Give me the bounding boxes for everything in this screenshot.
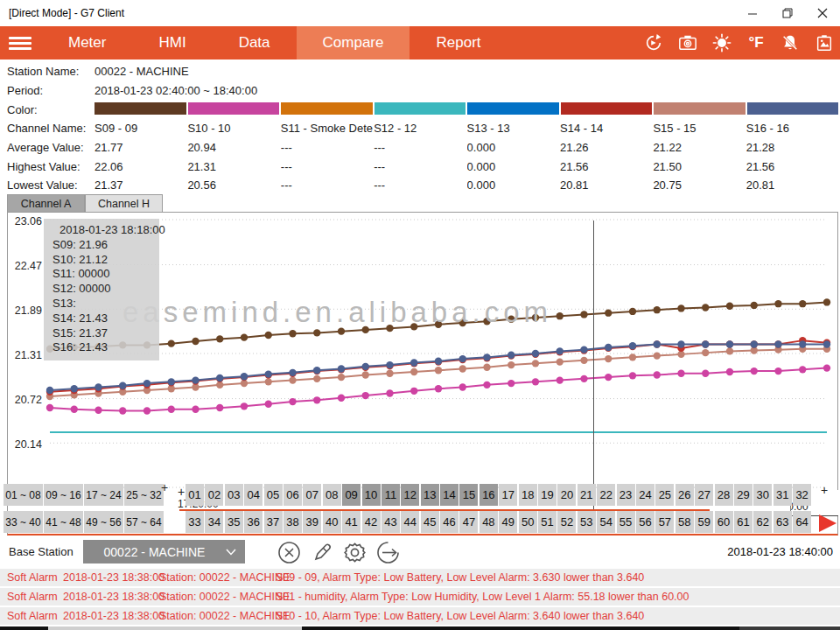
channel-button-33[interactable]: 33 — [186, 511, 204, 533]
channel-button-06[interactable]: 06 — [284, 484, 302, 506]
brightness-icon[interactable] — [711, 32, 732, 53]
channel-button-50[interactable]: 50 — [519, 511, 537, 533]
group-button-01-08[interactable]: 01 ~ 08 — [4, 484, 43, 506]
channel-button-32[interactable]: 32 — [793, 484, 811, 506]
channel-button-45[interactable]: 45 — [421, 511, 439, 533]
channel-button-16[interactable]: 16 — [480, 484, 498, 506]
sync-icon[interactable] — [643, 32, 664, 53]
channel-button-26[interactable]: 26 — [676, 484, 694, 506]
channel-button-57[interactable]: 57 — [655, 511, 674, 533]
channel-button-10[interactable]: 10 — [362, 484, 381, 506]
edit-icon[interactable] — [311, 541, 334, 564]
cancel-icon[interactable] — [277, 541, 301, 564]
channel-button-17[interactable]: 17 — [499, 484, 517, 506]
tab-channel-h[interactable]: Channel H — [85, 194, 163, 212]
channel-button-34[interactable]: 34 — [205, 511, 223, 533]
nav-item-data[interactable]: Data — [213, 26, 297, 60]
channel-button-52[interactable]: 52 — [557, 511, 576, 533]
alarm-mute-icon[interactable] — [780, 32, 801, 53]
channel-button-23[interactable]: 23 — [617, 484, 635, 506]
channel-button-18[interactable]: 18 — [519, 484, 537, 506]
nav-item-compare[interactable]: Compare — [297, 26, 410, 60]
channel-button-41[interactable]: 41 — [342, 511, 360, 533]
tab-channel-a[interactable]: Channel A — [7, 194, 85, 212]
channel-button-30[interactable]: 30 — [753, 484, 772, 506]
channel-button-08[interactable]: 08 — [323, 484, 341, 506]
channel-button-15[interactable]: 15 — [459, 484, 478, 506]
channel-button-38[interactable]: 38 — [284, 511, 302, 533]
alarm-row[interactable]: Soft Alarm2018-01-23 18:38:00Station: 00… — [0, 588, 840, 606]
channel-button-62[interactable]: 62 — [753, 511, 772, 533]
channel-button-12[interactable]: 12 — [401, 484, 419, 506]
menu-icon[interactable] — [9, 34, 32, 52]
channel-button-19[interactable]: 19 — [538, 484, 556, 506]
channel-button-03[interactable]: 03 — [225, 484, 243, 506]
channel-button-09[interactable]: 09 — [342, 484, 360, 506]
channel-button-01[interactable]: 01 — [186, 484, 204, 506]
alarm-row[interactable]: Soft Alarm2018-01-23 18:38:00Station: 00… — [0, 607, 840, 625]
channel-button-24[interactable]: 24 — [636, 484, 654, 506]
channel-button-47[interactable]: 47 — [459, 511, 478, 533]
channel-button-35[interactable]: 35 — [225, 511, 243, 533]
snapshot-icon[interactable] — [814, 32, 835, 53]
channel-button-05[interactable]: 05 — [264, 484, 283, 506]
channel-button-55[interactable]: 55 — [617, 511, 635, 533]
group-button-09-16[interactable]: 09 ~ 16 — [44, 484, 83, 506]
channel-button-54[interactable]: 54 — [597, 511, 615, 533]
channel-button-61[interactable]: 61 — [734, 511, 752, 533]
channel-button-25[interactable]: 25 — [655, 484, 674, 506]
scroll-left-plus-icon[interactable]: + — [178, 485, 185, 499]
channel-button-37[interactable]: 37 — [264, 511, 283, 533]
group-button-41-48[interactable]: 41 ~ 48 — [44, 511, 83, 533]
channel-button-42[interactable]: 42 — [362, 511, 381, 533]
channel-button-21[interactable]: 21 — [578, 484, 596, 506]
channel-button-60[interactable]: 60 — [715, 511, 733, 533]
group-button-49-56[interactable]: 49 ~ 56 — [84, 511, 123, 533]
channel-button-63[interactable]: 63 — [774, 511, 792, 533]
channel-button-36[interactable]: 36 — [244, 511, 262, 533]
settings-icon[interactable] — [343, 541, 367, 564]
expand-plus-icon[interactable]: + — [161, 480, 168, 494]
channel-button-64[interactable]: 64 — [793, 511, 811, 533]
channel-button-02[interactable]: 02 — [205, 484, 223, 506]
channel-button-11[interactable]: 11 — [382, 484, 400, 506]
channel-button-59[interactable]: 59 — [695, 511, 713, 533]
export-icon[interactable] — [376, 541, 400, 564]
channel-button-43[interactable]: 43 — [382, 511, 400, 533]
channel-button-58[interactable]: 58 — [676, 511, 694, 533]
alarm-row[interactable]: Soft Alarm2018-01-23 18:38:00Station: 00… — [0, 569, 840, 586]
base-station-dropdown[interactable]: 00022 - MACHINE — [83, 540, 245, 564]
channel-button-07[interactable]: 07 — [303, 484, 321, 506]
channel-button-44[interactable]: 44 — [401, 511, 419, 533]
play-arrow-icon[interactable] — [819, 514, 836, 532]
channel-button-29[interactable]: 29 — [734, 484, 752, 506]
nav-item-meter[interactable]: Meter — [42, 26, 132, 60]
channel-button-56[interactable]: 56 — [636, 511, 654, 533]
close-button[interactable] — [805, 0, 840, 26]
channel-button-31[interactable]: 31 — [774, 484, 792, 506]
scroll-right-plus-icon[interactable]: + — [821, 483, 828, 497]
group-button-33-40[interactable]: 33 ~ 40 — [4, 511, 43, 533]
maximize-button[interactable] — [770, 0, 805, 26]
channel-button-51[interactable]: 51 — [538, 511, 556, 533]
channel-button-20[interactable]: 20 — [557, 484, 576, 506]
group-button-57-64[interactable]: 57 ~ 64 — [124, 511, 164, 533]
fahrenheit-icon[interactable]: °F — [746, 32, 766, 53]
channel-button-48[interactable]: 48 — [480, 511, 498, 533]
channel-button-04[interactable]: 04 — [244, 484, 262, 506]
channel-button-49[interactable]: 49 — [499, 511, 517, 533]
channel-button-53[interactable]: 53 — [578, 511, 596, 533]
nav-item-report[interactable]: Report — [410, 26, 507, 60]
channel-button-13[interactable]: 13 — [421, 484, 439, 506]
group-button-17-24[interactable]: 17 ~ 24 — [84, 484, 123, 506]
camera-icon[interactable] — [677, 32, 698, 53]
channel-button-46[interactable]: 46 — [440, 511, 458, 533]
channel-button-28[interactable]: 28 — [715, 484, 733, 506]
channel-button-14[interactable]: 14 — [440, 484, 458, 506]
bottom-scrollbar[interactable] — [0, 626, 840, 630]
channel-button-40[interactable]: 40 — [323, 511, 341, 533]
group-button-25-32[interactable]: 25 ~ 32 — [124, 484, 164, 506]
minimize-button[interactable] — [735, 0, 770, 26]
channel-button-27[interactable]: 27 — [695, 484, 713, 506]
channel-button-22[interactable]: 22 — [597, 484, 615, 506]
